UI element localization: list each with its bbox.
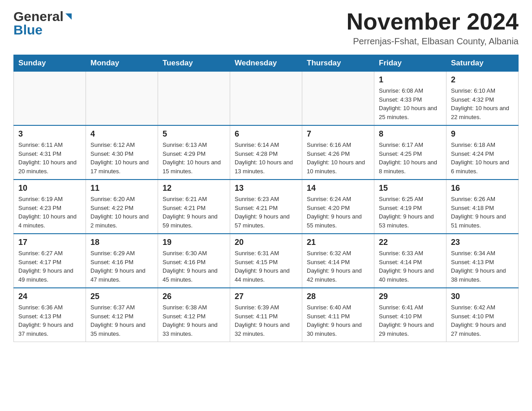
calendar-day-cell: 18Sunrise: 6:29 AMSunset: 4:16 PMDayligh… <box>86 234 158 288</box>
day-number: 9 <box>451 129 514 139</box>
day-number: 24 <box>18 292 81 301</box>
calendar-day-cell <box>86 72 158 126</box>
calendar-day-cell: 2Sunrise: 6:10 AMSunset: 4:32 PMDaylight… <box>446 72 519 126</box>
day-number: 23 <box>451 238 514 247</box>
day-info: Sunrise: 6:17 AMSunset: 4:25 PMDaylight:… <box>379 141 442 176</box>
day-info: Sunrise: 6:23 AMSunset: 4:21 PMDaylight:… <box>235 195 297 230</box>
calendar-day-cell: 6Sunrise: 6:14 AMSunset: 4:28 PMDaylight… <box>230 125 302 180</box>
calendar-header-friday: Friday <box>374 55 446 72</box>
day-info: Sunrise: 6:32 AMSunset: 4:14 PMDaylight:… <box>307 249 369 284</box>
location-title: Perrenjas-Fshat, Elbasan County, Albania <box>347 36 519 47</box>
calendar-day-cell: 24Sunrise: 6:36 AMSunset: 4:13 PMDayligh… <box>14 288 86 342</box>
day-number: 11 <box>90 184 153 193</box>
calendar-header-sunday: Sunday <box>14 55 86 72</box>
day-info: Sunrise: 6:10 AMSunset: 4:32 PMDaylight:… <box>451 86 514 121</box>
day-info: Sunrise: 6:29 AMSunset: 4:16 PMDaylight:… <box>90 249 153 284</box>
calendar-day-cell: 15Sunrise: 6:25 AMSunset: 4:19 PMDayligh… <box>374 180 446 234</box>
day-number: 13 <box>235 184 297 193</box>
calendar-day-cell: 9Sunrise: 6:18 AMSunset: 4:24 PMDaylight… <box>446 125 519 180</box>
day-info: Sunrise: 6:18 AMSunset: 4:24 PMDaylight:… <box>451 141 514 176</box>
header: General Blue November 2024 Perrenjas-Fsh… <box>13 9 519 47</box>
calendar-header-row: SundayMondayTuesdayWednesdayThursdayFrid… <box>14 55 519 72</box>
day-info: Sunrise: 6:12 AMSunset: 4:30 PMDaylight:… <box>90 141 153 176</box>
day-info: Sunrise: 6:34 AMSunset: 4:13 PMDaylight:… <box>451 249 514 284</box>
day-info: Sunrise: 6:13 AMSunset: 4:29 PMDaylight:… <box>163 141 225 176</box>
calendar-week-row: 1Sunrise: 6:08 AMSunset: 4:33 PMDaylight… <box>14 72 519 126</box>
day-info: Sunrise: 6:38 AMSunset: 4:12 PMDaylight:… <box>163 303 225 338</box>
day-info: Sunrise: 6:20 AMSunset: 4:22 PMDaylight:… <box>90 195 153 230</box>
day-info: Sunrise: 6:14 AMSunset: 4:28 PMDaylight:… <box>235 141 297 176</box>
calendar-day-cell: 13Sunrise: 6:23 AMSunset: 4:21 PMDayligh… <box>230 180 302 234</box>
day-info: Sunrise: 6:27 AMSunset: 4:17 PMDaylight:… <box>18 249 81 284</box>
day-number: 8 <box>379 129 442 139</box>
day-info: Sunrise: 6:24 AMSunset: 4:20 PMDaylight:… <box>307 195 369 230</box>
calendar-day-cell: 25Sunrise: 6:37 AMSunset: 4:12 PMDayligh… <box>86 288 158 342</box>
day-number: 15 <box>379 184 442 193</box>
day-number: 22 <box>379 238 442 247</box>
calendar-day-cell: 8Sunrise: 6:17 AMSunset: 4:25 PMDaylight… <box>374 125 446 180</box>
day-info: Sunrise: 6:08 AMSunset: 4:33 PMDaylight:… <box>379 86 442 121</box>
month-title: November 2024 <box>347 9 519 34</box>
day-number: 12 <box>163 184 225 193</box>
day-number: 6 <box>235 129 297 139</box>
day-number: 28 <box>307 292 369 301</box>
day-info: Sunrise: 6:36 AMSunset: 4:13 PMDaylight:… <box>18 303 81 338</box>
calendar-table: SundayMondayTuesdayWednesdayThursdayFrid… <box>13 55 519 342</box>
calendar-day-cell: 30Sunrise: 6:42 AMSunset: 4:10 PMDayligh… <box>446 288 519 342</box>
day-info: Sunrise: 6:19 AMSunset: 4:23 PMDaylight:… <box>18 195 81 230</box>
logo: General Blue <box>13 9 73 38</box>
calendar-header-saturday: Saturday <box>446 55 519 72</box>
logo-general-text: General <box>13 9 64 24</box>
day-info: Sunrise: 6:41 AMSunset: 4:10 PMDaylight:… <box>379 303 442 338</box>
calendar-day-cell: 3Sunrise: 6:11 AMSunset: 4:31 PMDaylight… <box>14 125 86 180</box>
calendar-day-cell: 29Sunrise: 6:41 AMSunset: 4:10 PMDayligh… <box>374 288 446 342</box>
calendar-day-cell: 28Sunrise: 6:40 AMSunset: 4:11 PMDayligh… <box>302 288 374 342</box>
calendar-day-cell: 17Sunrise: 6:27 AMSunset: 4:17 PMDayligh… <box>14 234 86 288</box>
day-info: Sunrise: 6:11 AMSunset: 4:31 PMDaylight:… <box>18 141 81 176</box>
calendar-day-cell: 23Sunrise: 6:34 AMSunset: 4:13 PMDayligh… <box>446 234 519 288</box>
calendar-day-cell <box>302 72 374 126</box>
svg-marker-0 <box>65 13 72 20</box>
day-info: Sunrise: 6:30 AMSunset: 4:16 PMDaylight:… <box>163 249 225 284</box>
calendar-header-thursday: Thursday <box>302 55 374 72</box>
day-info: Sunrise: 6:16 AMSunset: 4:26 PMDaylight:… <box>307 141 369 176</box>
calendar-week-row: 3Sunrise: 6:11 AMSunset: 4:31 PMDaylight… <box>14 125 519 180</box>
calendar-header-wednesday: Wednesday <box>230 55 302 72</box>
day-number: 10 <box>18 184 81 193</box>
calendar-day-cell: 16Sunrise: 6:26 AMSunset: 4:18 PMDayligh… <box>446 180 519 234</box>
day-info: Sunrise: 6:25 AMSunset: 4:19 PMDaylight:… <box>379 195 442 230</box>
day-number: 16 <box>451 184 514 193</box>
day-number: 19 <box>163 238 225 247</box>
calendar-week-row: 10Sunrise: 6:19 AMSunset: 4:23 PMDayligh… <box>14 180 519 234</box>
calendar-day-cell: 5Sunrise: 6:13 AMSunset: 4:29 PMDaylight… <box>158 125 230 180</box>
calendar-day-cell: 19Sunrise: 6:30 AMSunset: 4:16 PMDayligh… <box>158 234 230 288</box>
calendar-day-cell: 1Sunrise: 6:08 AMSunset: 4:33 PMDaylight… <box>374 72 446 126</box>
calendar-week-row: 17Sunrise: 6:27 AMSunset: 4:17 PMDayligh… <box>14 234 519 288</box>
day-number: 1 <box>379 75 442 85</box>
day-info: Sunrise: 6:31 AMSunset: 4:15 PMDaylight:… <box>235 249 297 284</box>
day-number: 18 <box>90 238 153 247</box>
calendar-day-cell: 27Sunrise: 6:39 AMSunset: 4:11 PMDayligh… <box>230 288 302 342</box>
day-number: 5 <box>163 129 225 139</box>
title-area: November 2024 Perrenjas-Fshat, Elbasan C… <box>347 9 519 47</box>
day-number: 17 <box>18 238 81 247</box>
calendar-day-cell: 20Sunrise: 6:31 AMSunset: 4:15 PMDayligh… <box>230 234 302 288</box>
day-number: 2 <box>451 75 514 85</box>
day-number: 29 <box>379 292 442 301</box>
day-number: 30 <box>451 292 514 301</box>
calendar-day-cell: 21Sunrise: 6:32 AMSunset: 4:14 PMDayligh… <box>302 234 374 288</box>
logo-blue-text: Blue <box>13 22 43 38</box>
calendar-day-cell <box>14 72 86 126</box>
day-number: 21 <box>307 238 369 247</box>
calendar-header-monday: Monday <box>86 55 158 72</box>
calendar-day-cell: 4Sunrise: 6:12 AMSunset: 4:30 PMDaylight… <box>86 125 158 180</box>
day-number: 4 <box>90 129 153 139</box>
calendar-day-cell <box>158 72 230 126</box>
day-number: 27 <box>235 292 297 301</box>
calendar-week-row: 24Sunrise: 6:36 AMSunset: 4:13 PMDayligh… <box>14 288 519 342</box>
day-info: Sunrise: 6:37 AMSunset: 4:12 PMDaylight:… <box>90 303 153 338</box>
day-info: Sunrise: 6:42 AMSunset: 4:10 PMDaylight:… <box>451 303 514 338</box>
day-number: 7 <box>307 129 369 139</box>
calendar-header-tuesday: Tuesday <box>158 55 230 72</box>
calendar-day-cell: 14Sunrise: 6:24 AMSunset: 4:20 PMDayligh… <box>302 180 374 234</box>
